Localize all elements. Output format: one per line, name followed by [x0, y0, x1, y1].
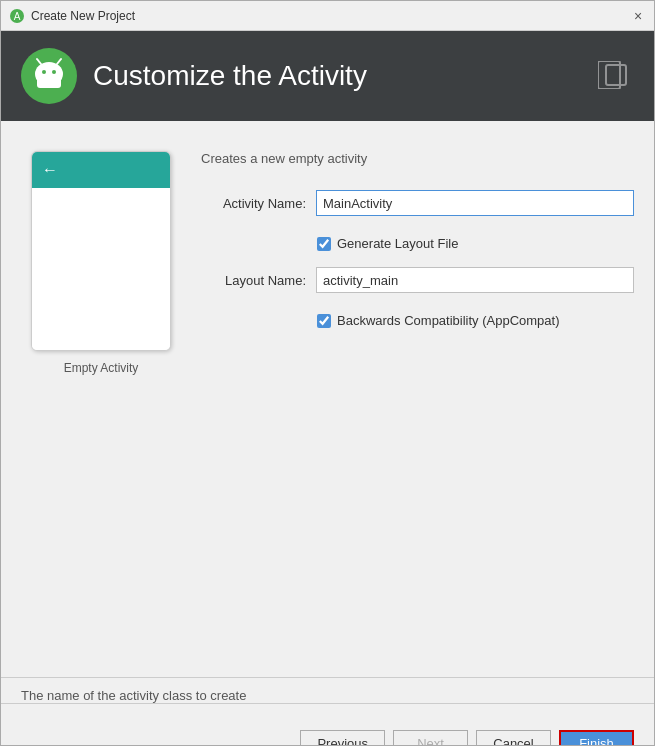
- close-button[interactable]: ×: [630, 8, 646, 24]
- generate-layout-checkbox[interactable]: [317, 237, 331, 251]
- separator: [1, 677, 654, 678]
- backwards-compat-row: Backwards Compatibility (AppCompat): [201, 313, 634, 328]
- activity-name-row: Activity Name:: [201, 190, 634, 216]
- activity-type-label: Empty Activity: [64, 361, 139, 375]
- generate-layout-row: Generate Layout File: [201, 236, 634, 251]
- description: Creates a new empty activity: [201, 151, 634, 166]
- title-bar-text: Create New Project: [31, 9, 135, 23]
- header-preview-icon: [598, 61, 634, 92]
- app-icon: A: [9, 8, 25, 24]
- svg-point-5: [52, 70, 56, 74]
- back-arrow-icon: ←: [42, 161, 58, 179]
- activity-name-label: Activity Name:: [201, 196, 306, 211]
- right-panel: Creates a new empty activity Activity Na…: [201, 151, 634, 647]
- left-panel: ← Empty Activity: [31, 151, 171, 647]
- svg-rect-10: [606, 65, 626, 85]
- preview-body: [32, 188, 170, 351]
- helper-text: The name of the activity class to create: [1, 688, 654, 703]
- next-button[interactable]: Next: [393, 730, 468, 747]
- backwards-compat-checkbox[interactable]: [317, 314, 331, 328]
- cancel-button[interactable]: Cancel: [476, 730, 551, 747]
- android-logo: [21, 48, 77, 104]
- svg-text:A: A: [14, 11, 21, 22]
- phone-preview: ←: [31, 151, 171, 351]
- svg-rect-8: [37, 78, 61, 88]
- footer: Previous Next Cancel Finish: [1, 703, 654, 746]
- activity-name-input[interactable]: [316, 190, 634, 216]
- page-title: Customize the Activity: [93, 60, 367, 92]
- preview-header: ←: [32, 152, 170, 188]
- layout-name-input[interactable]: [316, 267, 634, 293]
- svg-point-4: [42, 70, 46, 74]
- layout-name-label: Layout Name:: [201, 273, 306, 288]
- title-bar-left: A Create New Project: [9, 8, 135, 24]
- generate-layout-label: Generate Layout File: [337, 236, 458, 251]
- finish-button[interactable]: Finish: [559, 730, 634, 747]
- dialog-header: Customize the Activity: [1, 31, 654, 121]
- title-bar: A Create New Project ×: [1, 1, 654, 31]
- main-content: ← Empty Activity Creates a new empty act…: [1, 121, 654, 667]
- layout-name-row: Layout Name:: [201, 267, 634, 293]
- backwards-compat-label: Backwards Compatibility (AppCompat): [337, 313, 560, 328]
- previous-button[interactable]: Previous: [300, 730, 385, 747]
